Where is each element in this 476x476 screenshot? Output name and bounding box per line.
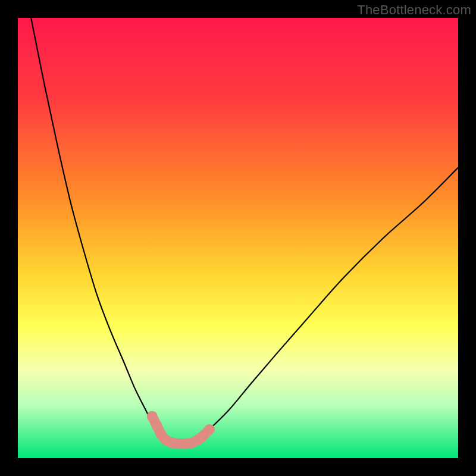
chart-frame: TheBottleneck.com — [0, 0, 476, 476]
marker-dot — [204, 424, 215, 435]
plot-area — [18, 18, 458, 458]
gradient-background — [18, 18, 458, 458]
watermark-text: TheBottleneck.com — [357, 2, 471, 18]
bottleneck-chart — [18, 18, 458, 458]
